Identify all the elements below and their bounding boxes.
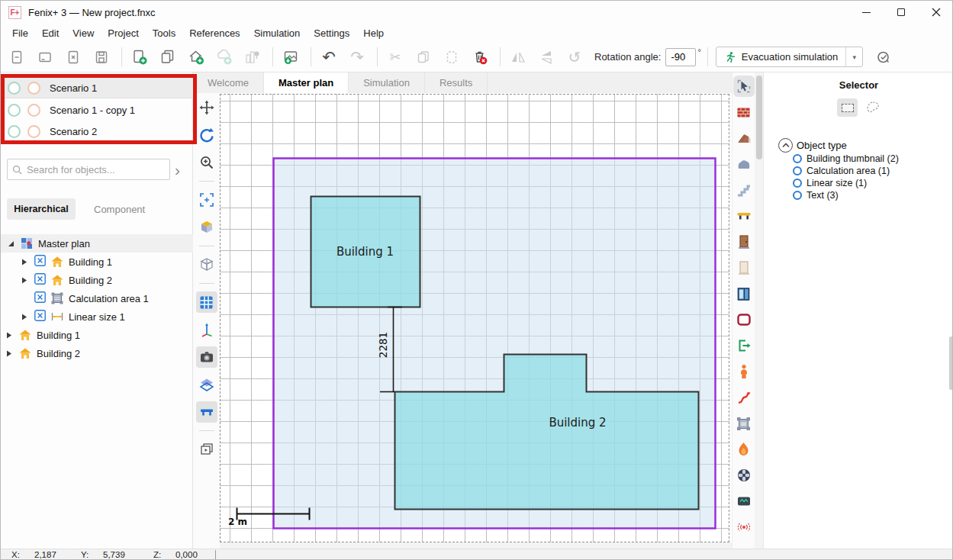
tree-row-root-building-1[interactable]: Building 1	[1, 326, 193, 344]
tab-simulation[interactable]: Simulation	[349, 72, 425, 93]
tab-hierarchical[interactable]: Hierarchical	[7, 198, 76, 220]
tab-component[interactable]: Component	[94, 204, 145, 215]
filter-building-thumbnail[interactable]: Building thumbnail (2)	[793, 153, 953, 165]
close-project-icon[interactable]	[63, 47, 83, 67]
save-project-icon[interactable]	[92, 47, 111, 67]
bench-tool[interactable]	[733, 205, 755, 227]
tree-row-linear-size[interactable]: Linear size 1	[1, 307, 193, 326]
presentation-tool[interactable]	[196, 439, 217, 460]
drawing-canvas[interactable]: Building 1 Building 2 2281 2 m	[220, 94, 729, 542]
screenshot-tool[interactable]	[196, 346, 217, 368]
search-input[interactable]	[27, 164, 165, 175]
menu-view[interactable]: View	[66, 25, 101, 41]
tree-row-calculation-area[interactable]: Calculation area 1	[1, 289, 193, 307]
stairs-tool[interactable]	[733, 179, 755, 201]
expander-icon[interactable]	[21, 258, 28, 266]
exit-tool[interactable]	[733, 335, 755, 356]
obstacle-tool[interactable]	[733, 153, 755, 175]
menu-references[interactable]: References	[182, 25, 246, 41]
select-objects-tool[interactable]	[733, 76, 755, 97]
menu-settings[interactable]: Settings	[307, 25, 356, 41]
alarm-tool[interactable]	[733, 517, 755, 538]
evacuation-simulation-main[interactable]: Evacuation simulation	[716, 47, 845, 66]
zoom-fit-tool[interactable]	[196, 189, 217, 211]
open-project-icon[interactable]	[35, 47, 55, 67]
zoom-tool[interactable]	[196, 152, 217, 173]
menu-simulation[interactable]: Simulation	[247, 25, 307, 41]
fire-tool[interactable]	[733, 439, 755, 460]
view-3d-tool[interactable]	[196, 217, 217, 238]
tab-results[interactable]: Results	[425, 72, 488, 93]
wall-tool[interactable]	[733, 101, 755, 123]
person-tool[interactable]	[733, 361, 755, 382]
axes-toggle-tool[interactable]	[196, 319, 217, 340]
undo-icon[interactable]: ↶	[319, 47, 339, 67]
radio-icon[interactable]	[793, 166, 802, 175]
door-tool[interactable]	[733, 231, 755, 253]
tab-master-plan[interactable]: Master plan	[264, 72, 349, 93]
add-building-icon[interactable]	[186, 47, 206, 67]
building-2-label[interactable]: Building 2	[471, 414, 684, 432]
object-toolbar-scrollbar[interactable]	[755, 72, 764, 549]
rotate-view-tool[interactable]	[196, 124, 217, 146]
scenario-row-2[interactable]: Scenario 1 - copy 1	[1, 99, 193, 121]
menu-file[interactable]: File	[5, 25, 35, 41]
tree-row-building-2[interactable]: Building 2	[1, 271, 193, 289]
search-expand-chevron[interactable]: ›	[175, 162, 180, 178]
menu-project[interactable]: Project	[101, 25, 145, 41]
wireframe-view-tool[interactable]	[196, 254, 217, 275]
visibility-checkbox-icon[interactable]	[34, 255, 46, 269]
maximize-button[interactable]	[884, 1, 919, 24]
rotation-angle-input[interactable]	[665, 48, 696, 66]
calculation-area-tool[interactable]	[733, 413, 755, 434]
layers-tool[interactable]	[196, 374, 217, 395]
menu-tools[interactable]: Tools	[146, 25, 182, 41]
tree-row-master-plan[interactable]: Master plan	[1, 234, 193, 253]
menu-help[interactable]: Help	[356, 25, 391, 41]
import-background-icon[interactable]	[281, 47, 301, 67]
scenario-row-3[interactable]: Scenario 2	[1, 121, 193, 142]
canvas-horizontal-scrollbar[interactable]	[220, 542, 732, 549]
tree-row-building-1[interactable]: Building 1	[1, 253, 193, 271]
visibility-checkbox-icon[interactable]	[34, 291, 46, 305]
furniture-toggle-tool[interactable]	[196, 401, 217, 423]
zone-tool[interactable]	[733, 309, 755, 330]
panel-scrollbar-thumb[interactable]	[949, 336, 953, 390]
ramp-tool[interactable]	[733, 127, 755, 149]
close-button[interactable]	[919, 1, 953, 24]
grid-toggle-tool[interactable]	[196, 291, 217, 313]
collapse-chevron-icon[interactable]	[778, 138, 793, 153]
object-type-header[interactable]: Object type	[778, 138, 953, 153]
copy-scenario-icon[interactable]	[158, 47, 178, 67]
delete-icon[interactable]	[470, 47, 490, 67]
scrollbar-thumb[interactable]	[756, 76, 762, 159]
window-tool[interactable]	[733, 283, 755, 304]
scenario-row-1[interactable]: Scenario 1	[1, 77, 193, 98]
search-box[interactable]	[7, 159, 170, 180]
radio-icon[interactable]	[793, 191, 802, 200]
validate-icon[interactable]	[874, 47, 893, 67]
radio-icon[interactable]	[793, 179, 802, 188]
evacuation-dropdown-caret[interactable]: ▾	[845, 47, 862, 66]
fan-tool[interactable]	[733, 465, 755, 486]
pan-tool[interactable]	[196, 97, 217, 118]
sensor-tool[interactable]	[733, 491, 755, 512]
menu-edit[interactable]: Edit	[35, 25, 66, 41]
expander-icon[interactable]	[21, 276, 28, 284]
tab-welcome[interactable]: Welcome	[193, 72, 264, 93]
evacuation-simulation-button[interactable]: Evacuation simulation ▾	[716, 47, 863, 67]
expander-icon[interactable]	[5, 349, 13, 357]
tree-row-root-building-2[interactable]: Building 2	[1, 344, 193, 362]
filter-text[interactable]: Text (3)	[793, 189, 953, 201]
filter-linear-size[interactable]: Linear size (1)	[793, 177, 953, 189]
new-project-icon[interactable]	[7, 47, 27, 67]
add-scenario-icon[interactable]	[130, 47, 150, 67]
doorway-tool[interactable]	[733, 257, 755, 278]
expander-icon[interactable]	[21, 313, 28, 320]
route-tool[interactable]	[733, 387, 755, 408]
filter-calculation-area[interactable]: Calculation area (1)	[793, 165, 953, 177]
rectangle-select-mode[interactable]	[837, 98, 858, 117]
minimize-button[interactable]	[848, 1, 884, 24]
radio-icon[interactable]	[793, 154, 802, 163]
dimension-value-label[interactable]: 2281	[377, 322, 389, 368]
